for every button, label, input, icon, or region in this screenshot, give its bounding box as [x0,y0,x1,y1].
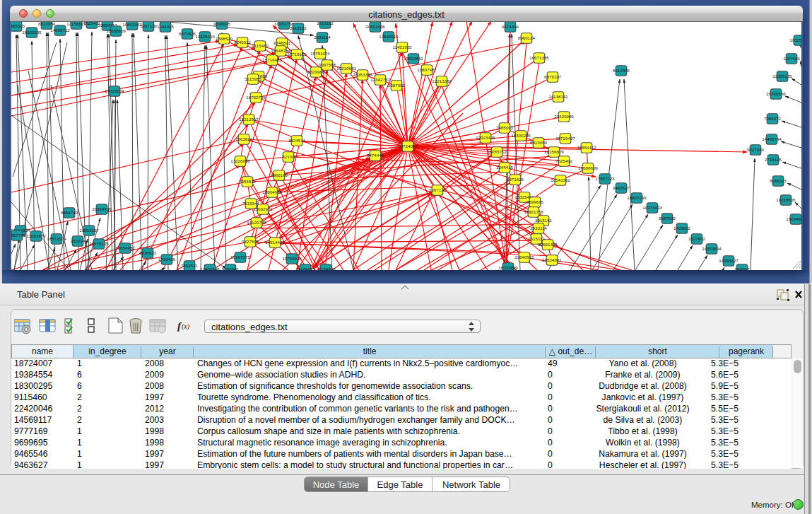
svg-text:1527602: 1527602 [688,236,706,241]
svg-text:(x): (x) [182,322,190,331]
svg-text:14138141: 14138141 [548,94,568,99]
svg-text:3915161: 3915161 [535,218,553,223]
svg-text:15716485: 15716485 [262,57,282,62]
svg-text:9699695: 9699695 [526,199,544,204]
svg-text:20691406: 20691406 [538,242,558,247]
svg-text:18724007: 18724007 [398,144,418,148]
svg-text:2933114: 2933114 [314,35,331,40]
svg-text:9329966: 9329966 [307,69,325,74]
svg-text:17016504: 17016504 [105,88,124,93]
svg-text:19166825: 19166825 [295,267,315,270]
svg-text:8186323: 8186323 [770,178,787,183]
svg-text:1733426: 1733426 [158,257,176,262]
svg-text:15720407: 15720407 [555,136,575,141]
svg-text:8471626: 8471626 [179,31,196,36]
svg-text:15751074: 15751074 [310,51,330,56]
svg-text:3267130: 3267130 [429,187,447,192]
svg-text:62100: 62100 [282,154,295,159]
svg-text:8912955: 8912955 [613,68,630,73]
svg-text:9997568: 9997568 [319,62,336,67]
svg-text:10688609: 10688609 [106,28,126,33]
svg-text:16782759: 16782759 [246,95,266,100]
svg-text:14055712: 14055712 [487,149,507,154]
svg-text:7485003: 7485003 [496,125,514,130]
svg-text:8350081: 8350081 [222,267,240,270]
svg-text:10719155: 10719155 [287,52,307,57]
svg-text:7955812: 7955812 [239,179,257,184]
svg-text:1588520: 1588520 [216,36,233,41]
svg-text:8813054: 8813054 [530,140,548,145]
svg-text:9657791: 9657791 [11,233,26,238]
svg-text:26053346: 26053346 [353,72,372,77]
svg-text:19756928: 19756928 [282,256,302,261]
svg-text:10973493: 10973493 [642,205,662,210]
svg-text:18807299: 18807299 [627,195,647,200]
svg-text:12409948: 12409948 [200,267,220,270]
svg-text:1244415: 1244415 [496,165,514,170]
svg-text:16033809: 16033809 [498,265,518,270]
svg-text:9146821: 9146821 [273,40,291,45]
svg-text:7515546: 7515546 [242,201,260,206]
svg-text:19654952: 19654952 [115,245,135,250]
svg-text:8813054: 8813054 [38,22,56,26]
svg-text:16961758: 16961758 [524,209,543,214]
svg-text:19654923: 19654923 [786,216,801,221]
svg-text:13226058: 13226058 [230,158,250,163]
svg-text:12213369: 12213369 [432,78,452,83]
svg-text:12505135: 12505135 [772,74,792,78]
svg-text:13640910: 13640910 [514,255,534,259]
svg-text:8471626: 8471626 [507,177,524,182]
svg-text:7485003: 7485003 [11,23,25,28]
svg-text:20691406: 20691406 [365,24,385,29]
svg-text:3267130: 3267130 [140,23,158,28]
svg-text:9227343: 9227343 [747,147,765,152]
svg-text:9699695: 9699695 [213,22,231,26]
svg-text:14353594: 14353594 [702,246,722,251]
svg-text:13640910: 13640910 [379,34,399,39]
svg-text:1244415: 1244415 [157,24,175,29]
svg-text:13325419: 13325419 [195,34,215,39]
svg-text:14914479: 14914479 [265,240,285,245]
svg-text:3915161: 3915161 [290,25,307,30]
svg-text:9327505: 9327505 [242,239,259,244]
svg-text:8454749: 8454749 [61,210,78,215]
svg-text:1167533: 1167533 [783,56,800,61]
svg-text:15692971: 15692971 [253,206,273,211]
svg-text:16671355: 16671355 [529,55,549,60]
svg-text:3824514: 3824514 [288,138,306,143]
svg-text:11451925: 11451925 [392,45,412,49]
svg-text:10543362: 10543362 [551,177,570,182]
svg-text:984067: 984067 [735,267,750,270]
svg-text:16154808: 16154808 [316,267,336,270]
svg-text:12342757: 12342757 [370,77,390,82]
svg-text:3215955: 3215955 [245,76,262,81]
svg-text:14120746: 14120746 [247,220,266,225]
svg-text:5587832: 5587832 [659,216,676,221]
svg-text:10654112: 10654112 [577,145,596,150]
svg-text:9115460: 9115460 [252,43,269,48]
svg-text:7625402: 7625402 [555,158,573,163]
svg-text:7386372: 7386372 [764,116,782,121]
svg-text:14958127: 14958127 [719,258,739,263]
svg-text:17004678: 17004678 [262,189,282,194]
svg-text:17957223: 17957223 [595,176,615,181]
svg-text:1615112: 1615112 [317,22,334,25]
svg-text:7632621: 7632621 [181,263,199,268]
svg-text:252214: 252214 [71,238,86,243]
svg-text:8938923: 8938923 [139,250,157,255]
svg-text:12923446: 12923446 [476,135,495,140]
svg-text:23420046: 23420046 [554,114,574,119]
svg-text:19524861: 19524861 [542,257,562,262]
svg-text:10197375: 10197375 [230,255,250,259]
svg-text:10807487: 10807487 [417,67,437,72]
svg-text:20206556: 20206556 [766,91,786,96]
svg-text:2933114: 2933114 [530,226,547,230]
svg-text:19524861: 19524861 [404,56,423,61]
svg-text:8960124: 8960124 [518,35,536,40]
svg-text:1493822: 1493822 [673,226,691,230]
svg-text:10853257: 10853257 [79,228,99,233]
svg-text:7663822: 7663822 [235,136,253,141]
svg-text:12093872: 12093872 [26,233,46,238]
svg-text:12213967: 12213967 [239,117,259,122]
svg-text:2687682: 2687682 [388,83,406,88]
